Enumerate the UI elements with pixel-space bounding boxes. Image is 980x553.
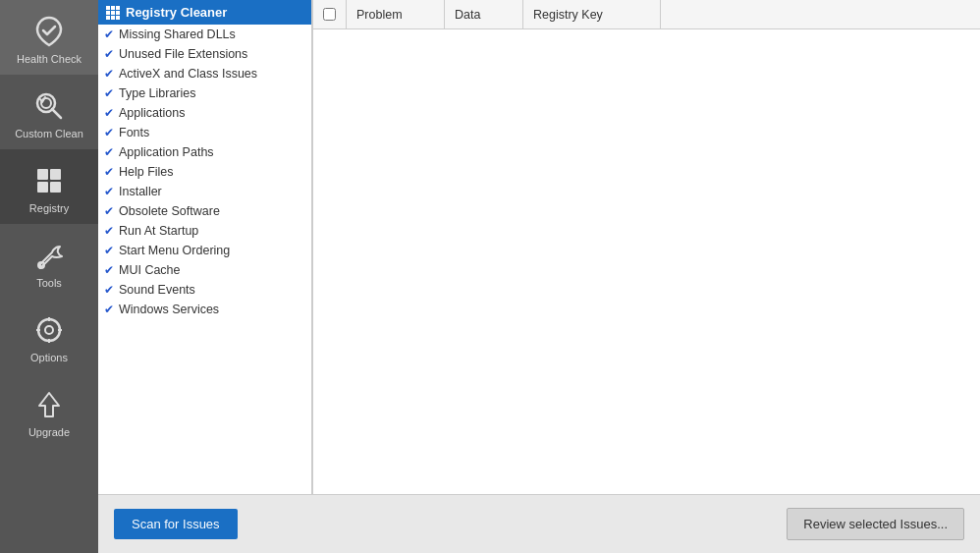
content-wrapper: Registry Cleaner ✔Missing Shared DLLs✔Un… (98, 0, 980, 494)
sidebar-label-tools: Tools (36, 277, 62, 289)
registry-item[interactable]: ✔ActiveX and Class Issues (98, 64, 311, 83)
registry-item[interactable]: ✔Applications (98, 103, 311, 123)
check-icon: ✔ (104, 283, 114, 297)
options-icon (31, 312, 67, 348)
sidebar-label-health-check: Health Check (17, 53, 82, 65)
sidebar-label-custom-clean: Custom Clean (15, 128, 83, 139)
svg-rect-3 (37, 169, 48, 180)
check-icon: ✔ (104, 47, 114, 61)
registry-item-label: Installer (119, 185, 162, 198)
check-icon: ✔ (104, 165, 114, 179)
sidebar-item-upgrade[interactable]: Upgrade (0, 373, 98, 448)
registry-item-label: Run At Startup (119, 224, 198, 238)
registry-item[interactable]: ✔Type Libraries (98, 83, 311, 103)
review-button[interactable]: Review selected Issues... (787, 508, 964, 540)
registry-header-label: Registry Cleaner (126, 5, 227, 20)
sidebar-label-registry: Registry (29, 202, 69, 214)
health-check-icon (31, 14, 67, 49)
main-sidebar: Health Check Custom Clean Registry (0, 0, 98, 553)
registry-item-label: Start Menu Ordering (119, 244, 230, 257)
check-icon: ✔ (104, 263, 114, 277)
registry-item-label: Help Files (119, 165, 174, 179)
registry-item[interactable]: ✔Obsolete Software (98, 201, 311, 221)
registry-item[interactable]: ✔Unused File Extensions (98, 44, 311, 64)
col-header-registry-key: Registry Key (523, 0, 661, 28)
header-checkbox-cell[interactable] (313, 0, 347, 28)
registry-item[interactable]: ✔Fonts (98, 123, 311, 142)
svg-point-9 (45, 326, 53, 334)
main-content: Registry Cleaner ✔Missing Shared DLLs✔Un… (98, 0, 980, 553)
table-header: Problem Data Registry Key (313, 0, 980, 29)
check-icon: ✔ (104, 86, 114, 100)
check-icon: ✔ (104, 67, 114, 81)
sidebar-label-options: Options (30, 352, 68, 363)
registry-item-label: Obsolete Software (119, 204, 220, 218)
sidebar-item-tools[interactable]: Tools (0, 224, 98, 299)
registry-item-label: Missing Shared DLLs (119, 28, 236, 41)
registry-item-label: Fonts (119, 126, 149, 139)
svg-rect-5 (37, 182, 48, 193)
registry-item[interactable]: ✔Help Files (98, 162, 311, 182)
custom-clean-icon (31, 88, 67, 124)
svg-rect-6 (50, 182, 61, 193)
sidebar-label-upgrade: Upgrade (28, 426, 70, 438)
registry-item[interactable]: ✔Application Paths (98, 142, 311, 162)
check-icon: ✔ (104, 303, 114, 316)
registry-item-label: Windows Services (119, 303, 219, 316)
check-icon: ✔ (104, 145, 114, 159)
registry-item-label: Unused File Extensions (119, 47, 247, 61)
svg-point-8 (38, 319, 60, 341)
registry-item[interactable]: ✔Run At Startup (98, 221, 311, 241)
sidebar-item-custom-clean[interactable]: Custom Clean (0, 75, 98, 149)
tools-icon (31, 238, 67, 273)
select-all-checkbox[interactable] (323, 8, 336, 21)
sidebar-item-registry[interactable]: Registry (0, 149, 98, 224)
registry-item-label: Sound Events (119, 283, 195, 297)
check-icon: ✔ (104, 244, 114, 257)
registry-item-label: Application Paths (119, 145, 214, 159)
sidebar-item-health-check[interactable]: Health Check (0, 0, 98, 75)
col-header-data: Data (445, 0, 523, 28)
svg-rect-4 (50, 169, 61, 180)
col-header-problem: Problem (347, 0, 445, 28)
registry-item-label: MUI Cache (119, 263, 181, 277)
registry-item-label: ActiveX and Class Issues (119, 67, 257, 81)
check-icon: ✔ (104, 28, 114, 41)
registry-item[interactable]: ✔Sound Events (98, 280, 311, 300)
registry-icon (31, 163, 67, 198)
registry-cleaner-header: Registry Cleaner (98, 0, 311, 25)
check-icon: ✔ (104, 106, 114, 120)
sidebar-item-options[interactable]: Options (0, 299, 98, 373)
registry-item[interactable]: ✔Start Menu Ordering (98, 241, 311, 260)
svg-line-2 (52, 109, 61, 118)
svg-marker-14 (39, 393, 59, 416)
right-panel: Problem Data Registry Key (312, 0, 980, 494)
registry-item-label: Applications (119, 106, 185, 120)
upgrade-icon (31, 387, 67, 422)
registry-item[interactable]: ✔MUI Cache (98, 260, 311, 280)
registry-item[interactable]: ✔Installer (98, 182, 311, 201)
bottom-bar: Scan for Issues Review selected Issues..… (98, 494, 980, 553)
registry-header-grid-icon (106, 6, 120, 20)
check-icon: ✔ (104, 185, 114, 198)
registry-items-list: ✔Missing Shared DLLs✔Unused File Extensi… (98, 25, 311, 319)
registry-item-label: Type Libraries (119, 86, 196, 100)
check-icon: ✔ (104, 224, 114, 238)
check-icon: ✔ (104, 204, 114, 218)
scan-button[interactable]: Scan for Issues (114, 509, 238, 539)
registry-sidebar: Registry Cleaner ✔Missing Shared DLLs✔Un… (98, 0, 312, 494)
registry-item[interactable]: ✔Windows Services (98, 300, 311, 319)
check-icon: ✔ (104, 126, 114, 139)
table-area: Problem Data Registry Key (312, 0, 980, 494)
registry-item[interactable]: ✔Missing Shared DLLs (98, 25, 311, 44)
